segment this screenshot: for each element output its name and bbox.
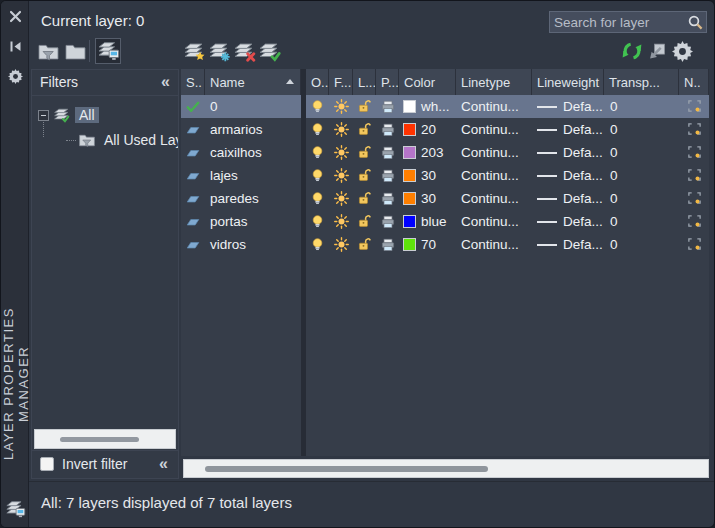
layer-states-manager-button[interactable]	[95, 38, 121, 64]
new-property-filter-button[interactable]	[35, 38, 61, 64]
column-header-lineweight[interactable]: Lineweight	[532, 69, 604, 95]
plot-printer-icon[interactable]	[376, 233, 399, 256]
freeze-sun-icon[interactable]	[329, 233, 353, 256]
column-header-name[interactable]: Name	[205, 69, 301, 95]
layer-color[interactable]: 30	[399, 187, 456, 210]
plot-printer-icon[interactable]	[376, 95, 399, 118]
layer-row-paredes[interactable]: paredes30Continu...Defa...0	[181, 187, 709, 210]
layer-transparency[interactable]: 0	[604, 118, 679, 141]
color-swatch[interactable]	[403, 192, 416, 205]
settings-gear-button[interactable]	[669, 38, 695, 64]
on-bulb-icon[interactable]	[306, 233, 329, 256]
collapse-filters-icon[interactable]: «	[161, 74, 170, 90]
unlock-icon[interactable]	[353, 95, 376, 118]
layer-color[interactable]: 203	[399, 141, 456, 164]
properties-gear-icon[interactable]	[8, 69, 23, 84]
search-icon[interactable]	[687, 14, 704, 31]
unlock-icon[interactable]	[353, 164, 376, 187]
unlock-icon[interactable]	[353, 233, 376, 256]
plot-printer-icon[interactable]	[376, 118, 399, 141]
filter-item-label[interactable]: All Used Layers	[100, 132, 178, 148]
layer-color[interactable]: blue	[399, 210, 456, 233]
color-swatch[interactable]	[403, 169, 416, 182]
color-swatch[interactable]	[403, 123, 416, 136]
column-header-color[interactable]: Color	[399, 69, 456, 95]
new-vp-freeze-icon[interactable]	[679, 95, 709, 118]
color-swatch[interactable]	[403, 238, 416, 251]
layer-transparency[interactable]: 0	[604, 141, 679, 164]
on-bulb-icon[interactable]	[306, 141, 329, 164]
layer-lineweight[interactable]: Defa...	[532, 95, 604, 118]
on-bulb-icon[interactable]	[306, 164, 329, 187]
tree-collapse-icon[interactable]	[38, 110, 49, 121]
new-group-filter-button[interactable]	[62, 38, 88, 64]
plot-printer-icon[interactable]	[376, 210, 399, 233]
layer-linetype[interactable]: Continu...	[456, 187, 532, 210]
plot-printer-icon[interactable]	[376, 164, 399, 187]
new-vp-freeze-icon[interactable]	[679, 187, 709, 210]
layer-name[interactable]: vidros	[205, 233, 301, 256]
filter-item-all[interactable]: All	[38, 106, 99, 124]
layer-name[interactable]: lajes	[205, 164, 301, 187]
layer-status-icon[interactable]	[181, 187, 205, 210]
layer-lineweight[interactable]: Defa...	[532, 187, 604, 210]
freeze-sun-icon[interactable]	[329, 187, 353, 210]
freeze-sun-icon[interactable]	[329, 118, 353, 141]
layer-transparency[interactable]: 0	[604, 210, 679, 233]
scrollbar-thumb[interactable]	[60, 437, 138, 442]
layer-linetype[interactable]: Continu...	[456, 210, 532, 233]
refresh-button[interactable]	[619, 38, 645, 64]
unlock-icon[interactable]	[353, 210, 376, 233]
freeze-sun-icon[interactable]	[329, 95, 353, 118]
layer-row-caixilhos[interactable]: caixilhos203Continu...Defa...0	[181, 141, 709, 164]
unlock-icon[interactable]	[353, 118, 376, 141]
freeze-sun-icon[interactable]	[329, 164, 353, 187]
layer-transparency[interactable]: 0	[604, 233, 679, 256]
delete-layer-button[interactable]	[231, 38, 257, 64]
color-swatch[interactable]	[403, 100, 416, 113]
invert-filter-checkbox[interactable]	[40, 457, 54, 471]
layer-transparency[interactable]: 0	[604, 95, 679, 118]
on-bulb-icon[interactable]	[306, 95, 329, 118]
layer-name[interactable]: portas	[205, 210, 301, 233]
layer-name[interactable]: 0	[205, 95, 301, 118]
column-header-plot[interactable]: P...	[376, 69, 399, 95]
layer-name[interactable]: caixilhos	[205, 141, 301, 164]
column-header-transparency[interactable]: Transp...	[604, 69, 679, 95]
layer-color[interactable]: 70	[399, 233, 456, 256]
column-header-freeze[interactable]: F...	[329, 69, 353, 95]
plot-printer-icon[interactable]	[376, 141, 399, 164]
apply-filter-button[interactable]	[644, 38, 670, 64]
layer-name[interactable]: armarios	[205, 118, 301, 141]
layer-status-icon[interactable]	[181, 141, 205, 164]
layer-status-icon[interactable]	[181, 210, 205, 233]
layer-lineweight[interactable]: Defa...	[532, 118, 604, 141]
layer-linetype[interactable]: Continu...	[456, 118, 532, 141]
column-header-status[interactable]: S..	[181, 69, 205, 95]
plot-printer-icon[interactable]	[376, 187, 399, 210]
layer-status-icon[interactable]	[181, 233, 205, 256]
layer-color[interactable]: 30	[399, 164, 456, 187]
collapse-invert-icon[interactable]: «	[159, 456, 168, 472]
column-header-lock[interactable]: L...	[353, 69, 376, 95]
new-layer-button[interactable]	[181, 38, 207, 64]
freeze-sun-icon[interactable]	[329, 210, 353, 233]
layer-row-armarios[interactable]: armarios20Continu...Defa...0	[181, 118, 709, 141]
column-header-on[interactable]: O..	[306, 69, 329, 95]
layer-transparency[interactable]: 0	[604, 164, 679, 187]
auto-hide-icon[interactable]	[8, 39, 23, 54]
column-splitter[interactable]	[301, 69, 306, 456]
layer-lineweight[interactable]: Defa...	[532, 141, 604, 164]
layer-lineweight[interactable]: Defa...	[532, 233, 604, 256]
list-horizontal-scrollbar[interactable]	[183, 459, 709, 478]
new-vp-freeze-icon[interactable]	[679, 141, 709, 164]
layer-transparency[interactable]: 0	[604, 187, 679, 210]
on-bulb-icon[interactable]	[306, 187, 329, 210]
new-vp-freeze-icon[interactable]	[679, 233, 709, 256]
filter-item-label[interactable]: All	[75, 107, 99, 123]
layer-linetype[interactable]: Continu...	[456, 141, 532, 164]
layer-lineweight[interactable]: Defa...	[532, 164, 604, 187]
on-bulb-icon[interactable]	[306, 210, 329, 233]
unlock-icon[interactable]	[353, 187, 376, 210]
layer-row-portas[interactable]: portasblueContinu...Defa...0	[181, 210, 709, 233]
